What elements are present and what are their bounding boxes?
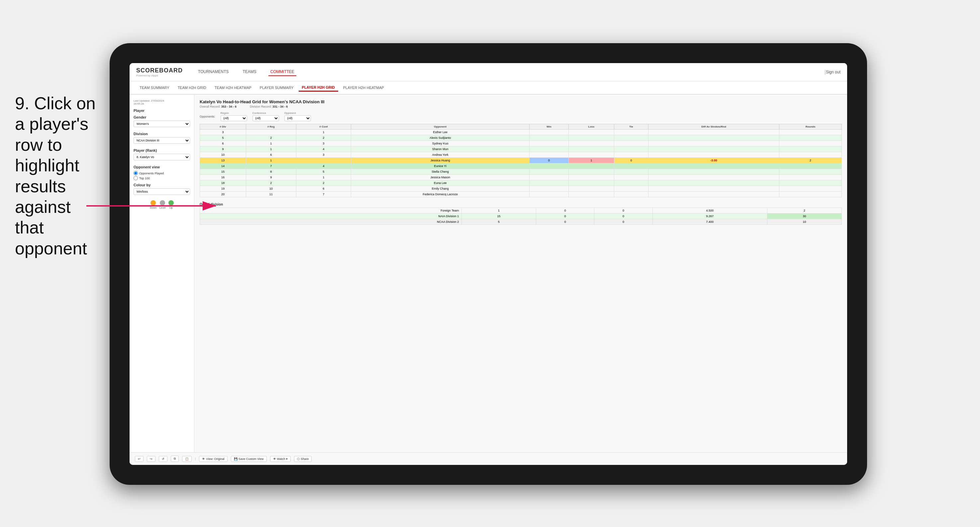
colour-by-dropdown[interactable]: Win/loss [134, 188, 190, 195]
logo-sub: Powered by clippd [136, 74, 183, 77]
logo-text: SCOREBOARD [136, 67, 183, 74]
sidebar: Last Updated: 27/03/2024 16:55:28 Player… [130, 95, 194, 452]
col-diff: Diff Av Strokes/Rnd [649, 124, 780, 130]
sign-out-link[interactable]: Sign out [826, 70, 840, 75]
out-of-division-label: Out of division [200, 203, 842, 206]
colour-by-label: Colour by [134, 183, 190, 187]
redo-btn[interactable]: ↪ [147, 456, 156, 462]
col-div: # Div [200, 124, 246, 130]
cell-conf: 1 [296, 130, 351, 135]
region-select[interactable]: (All) [221, 115, 247, 121]
table-row[interactable]: 14 7 4 Eunice Yi [200, 163, 842, 169]
undo-btn[interactable]: ↩ [135, 456, 143, 462]
colour-level-label: Level [159, 206, 166, 209]
overall-record-value: 353 - 34 - 6 [221, 105, 237, 108]
table-row[interactable]: 5 2 2 Alexis Sudjianto [200, 135, 842, 141]
copy-btn[interactable]: ⧉ [171, 456, 179, 462]
subnav-team-h2h-heatmap[interactable]: TEAM H2H HEATMAP [211, 84, 255, 91]
view-original-btn[interactable]: 👁 View: Original [199, 456, 227, 462]
ood-row[interactable]: Foreign Team 1 0 0 4.500 2 [200, 208, 842, 214]
table-row[interactable]: 18 2 2 Euna Lee [200, 180, 842, 186]
nav-items: TOURNAMENTS TEAMS COMMITTEE [196, 68, 824, 76]
view-original-icon: 👁 [202, 457, 205, 460]
grid-title: Katelyn Vo Head-to-Head Grid for Women's… [200, 99, 842, 104]
refresh-btn[interactable]: ↺ [159, 456, 167, 462]
subnav-player-summary[interactable]: PLAYER SUMMARY [256, 84, 297, 91]
table-row[interactable]: 16 9 1 Jessica Mason [200, 175, 842, 180]
opponent-label: Opponent [284, 111, 311, 114]
annotation-text: 9. Click on a player's row to highlight … [15, 93, 101, 259]
col-reg: # Reg [246, 124, 296, 130]
table-row[interactable]: 19 10 6 Emily Chang [200, 186, 842, 192]
division-record-value: 331 - 34 - 6 [272, 105, 288, 108]
table-row[interactable]: 3 1 Esther Lee [200, 130, 842, 135]
table-row[interactable]: 9 1 4 Sharon Mun [200, 146, 842, 152]
col-win: Win [530, 124, 569, 130]
radio-group: Opponents Played Top 100 [134, 171, 190, 180]
col-loss: Loss [569, 124, 614, 130]
subnav-player-h2h-heatmap[interactable]: PLAYER H2H HEATMAP [340, 84, 387, 91]
opponent-select[interactable]: (All) [284, 115, 311, 121]
cell-opponent: Esther Lee [351, 130, 530, 135]
division-label: Division [134, 132, 190, 136]
watch-btn[interactable]: 👁 Watch ▾ [270, 456, 291, 462]
opponents-filter-label: Opponents: [200, 115, 215, 118]
player-rank-dropdown[interactable]: 8. Katelyn Vo [134, 154, 190, 160]
cell-reg [246, 130, 296, 135]
table-row[interactable]: 20 11 7 Federica Domecq Lacroze [200, 192, 842, 197]
col-rounds: Rounds [780, 124, 842, 130]
main-content: Last Updated: 27/03/2024 16:55:28 Player… [130, 95, 847, 452]
colour-down-label: Down [150, 206, 156, 209]
ood-row[interactable]: NCAA Division 2 5 0 0 7.400 10 [200, 219, 842, 225]
subnav-team-summary[interactable]: TEAM SUMMARY [136, 84, 173, 91]
subnav-player-h2h-grid[interactable]: PLAYER H2H GRID [299, 84, 338, 92]
h2h-table: # Div # Reg # Conf Opponent Win Loss Tie… [200, 124, 842, 197]
table-row[interactable]: 15 8 5 Stella Cheng [200, 169, 842, 175]
conference-select[interactable]: (All) [253, 115, 279, 121]
ood-table: Foreign Team 1 0 0 4.500 2 NAIA Division… [200, 208, 842, 225]
col-tie: Tie [614, 124, 648, 130]
gender-label: Gender [134, 115, 190, 119]
ood-row[interactable]: NAIA Division 1 15 0 0 9.267 30 [200, 214, 842, 219]
share-icon: ⬡ [297, 457, 300, 460]
filters-row: Opponents: Region (All) Conference (All) [200, 111, 842, 121]
radio-opponents-played[interactable]: Opponents Played [134, 171, 190, 175]
region-filter: Region (All) [221, 111, 247, 121]
nav-teams[interactable]: TEAMS [240, 68, 258, 76]
tablet-screen: SCOREBOARD Powered by clippd TOURNAMENTS… [130, 63, 847, 465]
cell-div: 3 [200, 130, 246, 135]
colour-legend: Down Level Up [134, 200, 190, 209]
division-record-label: Division Record: [250, 105, 272, 108]
subnav-team-h2h-grid[interactable]: TEAM H2H GRID [174, 84, 210, 91]
table-row[interactable]: 6 1 3 Sydney Kuo [200, 141, 842, 146]
save-custom-btn[interactable]: 💾 Save Custom View [231, 456, 267, 462]
table-row[interactable]: 10 6 3 Andrea York [200, 152, 842, 158]
grid-area: Katelyn Vo Head-to-Head Grid for Women's… [194, 95, 847, 452]
logo-area: SCOREBOARD Powered by clippd [136, 67, 183, 77]
opponent-view-label: Opponent view [134, 165, 190, 169]
opponent-filter: Opponent (All) [284, 111, 311, 121]
grid-records: Overall Record: 353 - 34 - 6 Division Re… [200, 105, 842, 108]
save-icon: 💾 [234, 457, 237, 460]
timestamp: Last Updated: 27/03/2024 16:55:28 [134, 99, 190, 105]
player-section-label: Player [134, 109, 190, 113]
overall-record-label: Overall Record: [200, 105, 221, 108]
col-opponent: Opponent [351, 124, 530, 130]
nav-committee[interactable]: COMMITTEE [269, 68, 296, 76]
top-nav: SCOREBOARD Powered by clippd TOURNAMENTS… [130, 63, 847, 81]
colour-up-label: Up [169, 206, 174, 209]
division-dropdown[interactable]: NCAA Division III [134, 137, 190, 144]
gender-dropdown[interactable]: Women's [134, 121, 190, 127]
paste-btn[interactable]: 📋 [182, 456, 192, 462]
share-btn[interactable]: ⬡ Share [294, 456, 312, 462]
radio-top100[interactable]: Top 100 [134, 176, 190, 180]
sub-nav: TEAM SUMMARY TEAM H2H GRID TEAM H2H HEAT… [130, 81, 847, 95]
tablet-shell: SCOREBOARD Powered by clippd TOURNAMENTS… [110, 43, 867, 485]
nav-tournaments[interactable]: TOURNAMENTS [196, 68, 231, 76]
conference-filter: Conference (All) [253, 111, 279, 121]
conference-label: Conference [253, 111, 279, 114]
watch-icon: 👁 [273, 457, 276, 460]
col-conf: # Conf [296, 124, 351, 130]
region-label: Region [221, 111, 247, 114]
table-row-highlighted[interactable]: 13 1 Jessica Huang 0 1 0 -3.00 2 [200, 158, 842, 163]
